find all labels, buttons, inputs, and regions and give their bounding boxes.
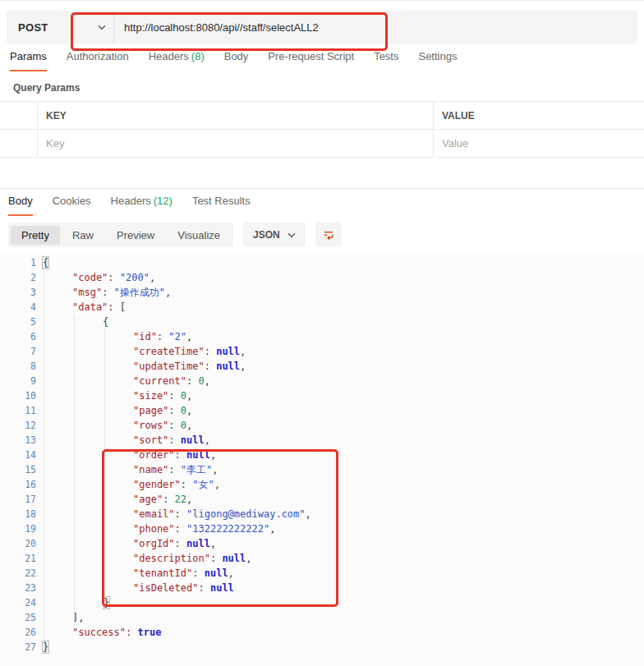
value-column-header: VALUE: [442, 110, 475, 122]
code-line-21: 21"description": null,: [0, 551, 644, 566]
code-line-27: 27}: [0, 640, 644, 655]
postman-request-window: POST http://localhost:8080/api//staff/se…: [0, 0, 644, 666]
code-line-14: 14"order": null,: [0, 448, 644, 462]
code-line-6: 6"id": "2",: [0, 329, 644, 344]
response-tabs: BodyCookiesHeaders(12)Test Results: [8, 195, 251, 216]
line-number: 8: [0, 359, 36, 374]
response-controls: PrettyRawPreviewVisualize JSON: [8, 223, 342, 247]
view-mode-segmented-control: PrettyRawPreviewVisualize: [8, 223, 233, 247]
request-tab-authorization[interactable]: Authorization: [67, 50, 129, 70]
request-tabs: ParamsAuthorizationHeaders(8)BodyPre-req…: [10, 50, 457, 71]
view-mode-preview[interactable]: Preview: [106, 226, 165, 245]
indent-guide: [44, 270, 44, 640]
request-tab-body[interactable]: Body: [224, 50, 249, 70]
code-line-7: 7"createTime": null,: [0, 344, 644, 359]
url-input[interactable]: http://localhost:8080/api//staff/selectA…: [114, 21, 319, 34]
line-number: 26: [0, 625, 36, 640]
tab-count-badge: (12): [154, 195, 172, 207]
beautify-button[interactable]: [315, 223, 342, 247]
query-params-title: Query Params: [13, 82, 80, 94]
view-mode-raw[interactable]: Raw: [62, 226, 104, 245]
response-tab-body[interactable]: Body: [8, 195, 33, 216]
line-number: 9: [0, 374, 36, 388]
request-url-bar: POST http://localhost:8080/api//staff/se…: [7, 11, 637, 44]
code-line-23: 23"isDeleted": null: [0, 581, 644, 595]
key-column-header: KEY: [46, 110, 67, 122]
section-divider: [0, 188, 644, 189]
line-number: 24: [0, 595, 36, 610]
line-number: 21: [0, 551, 36, 566]
code-line-2: 2"code": "200",: [0, 270, 644, 285]
code-line-25: 25],: [0, 610, 644, 625]
line-number: 6: [0, 329, 36, 344]
code-line-20: 20"orgId": null,: [0, 536, 644, 551]
code-line-1: 1{: [0, 255, 644, 270]
line-number: 2: [0, 270, 36, 285]
line-number: 1: [0, 255, 36, 270]
tab-count-badge: (8): [191, 50, 205, 62]
code-line-8: 8"updateTime": null,: [0, 359, 644, 374]
line-number: 10: [0, 388, 36, 403]
line-number: 18: [0, 507, 36, 521]
code-line-9: 9"current": 0,: [0, 374, 644, 388]
line-number: 12: [0, 418, 36, 433]
line-number: 19: [0, 521, 36, 536]
response-tab-test-results[interactable]: Test Results: [192, 195, 251, 214]
code-line-12: 12"rows": 0,: [0, 418, 644, 433]
beautify-icon: [322, 228, 335, 241]
request-tab-settings[interactable]: Settings: [418, 50, 457, 70]
line-number: 20: [0, 536, 36, 551]
code-line-15: 15"name": "李工",: [0, 462, 644, 477]
line-number: 11: [0, 403, 36, 418]
code-line-13: 13"sort": null,: [0, 433, 644, 448]
line-number: 22: [0, 566, 36, 581]
line-number: 3: [0, 285, 36, 300]
code-line-22: 22"tenantId": null,: [0, 566, 644, 581]
code-line-3: 3"msg": "操作成功",: [0, 285, 644, 300]
response-tab-cookies[interactable]: Cookies: [53, 195, 91, 214]
request-tab-headers[interactable]: Headers(8): [149, 50, 205, 70]
value-input[interactable]: Value: [442, 137, 468, 149]
chevron-down-icon: [288, 232, 296, 238]
code-line-4: 4"data": [: [0, 300, 644, 315]
line-number: 14: [0, 448, 36, 462]
request-tab-tests[interactable]: Tests: [374, 50, 398, 70]
line-number: 27: [0, 640, 36, 655]
code-line-16: 16"gender": "女",: [0, 477, 644, 492]
query-params-input-row: Key Value: [0, 130, 644, 158]
response-tab-headers[interactable]: Headers(12): [111, 195, 172, 214]
line-number: 7: [0, 344, 36, 359]
indent-guide: [74, 315, 75, 625]
query-params-header-row: KEY VALUE: [0, 101, 644, 130]
format-selector[interactable]: JSON: [243, 223, 306, 247]
view-mode-pretty[interactable]: Pretty: [11, 226, 60, 245]
line-number: 5: [0, 315, 36, 329]
line-number: 16: [0, 477, 36, 492]
format-selector-label: JSON: [253, 229, 280, 241]
key-input[interactable]: Key: [46, 137, 64, 149]
view-mode-visualize[interactable]: Visualize: [167, 226, 231, 245]
request-tab-params[interactable]: Params: [10, 50, 47, 71]
code-line-11: 11"page": 0,: [0, 403, 644, 418]
row-checkbox-cell: [0, 102, 37, 129]
code-line-10: 10"size": 0,: [0, 388, 644, 403]
code-line-24: 24}: [0, 595, 644, 610]
code-line-18: 18"email": "ligong@mediway.com",: [0, 507, 644, 521]
line-number: 13: [0, 433, 36, 448]
request-tab-pre-request-script[interactable]: Pre-request Script: [268, 50, 354, 70]
code-line-26: 26"success": true: [0, 625, 644, 640]
method-selector[interactable]: POST: [7, 21, 90, 34]
line-number: 17: [0, 492, 36, 507]
indent-guide: [104, 329, 105, 595]
line-number: 23: [0, 581, 36, 595]
row-checkbox-cell: [0, 130, 37, 157]
code-line-17: 17"age": 22,: [0, 492, 644, 507]
line-number: 25: [0, 610, 36, 625]
method-chevron-down-icon[interactable]: [90, 25, 113, 30]
query-params-table: KEY VALUE Key Value: [0, 101, 644, 158]
response-body-json[interactable]: 1{2"code": "200",3"msg": "操作成功",4"data":…: [0, 254, 644, 666]
code-line-5: 5{: [0, 315, 644, 329]
line-number: 4: [0, 300, 36, 315]
code-line-19: 19"phone": "132222222222",: [0, 521, 644, 536]
line-number: 15: [0, 462, 36, 477]
